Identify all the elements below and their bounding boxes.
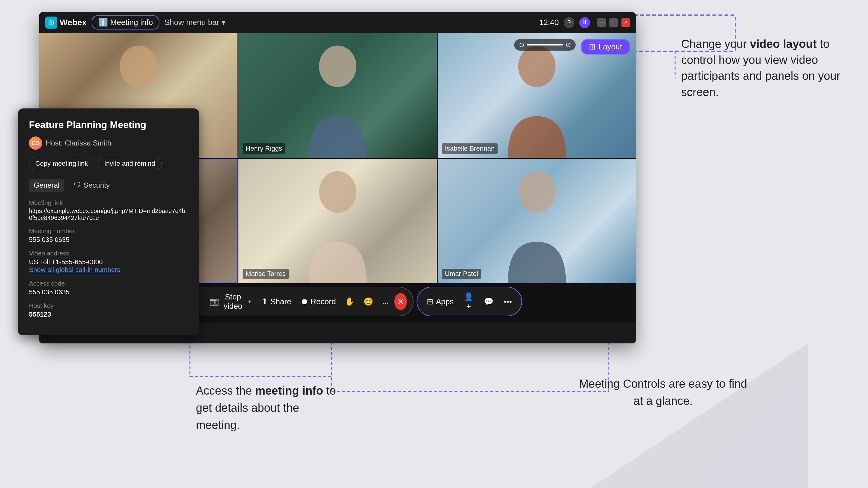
hand-icon: ✋ [345,297,354,306]
zoom-slider[interactable] [527,44,563,45]
callout-top-right-text1: Change your [681,38,750,50]
meeting-title: Feature Planning Meeting [29,119,188,130]
zoom-controls: ⊖ ⊕ [514,39,576,51]
meeting-link-value: https://example.webex.com/go/j.php?MTID=… [29,207,188,221]
video-cell-2: Henry Riggs [239,33,437,158]
chevron-down-icon: ▾ [221,18,225,27]
apps-label: Apps [436,297,454,306]
apps-icon: ⊞ [427,297,433,306]
show-menu-bar[interactable]: Show menu bar ▾ [164,18,225,27]
video-cell-6: Umar Patel [438,159,636,284]
video-placeholder-5 [239,159,437,284]
access-code-value: 555 035 0635 [29,288,188,296]
control-bar: 🎤 Mute ▾ 📷 Stop video ▾ ⬆ Share ⏺ [153,287,522,316]
callout-bottom-left: Access the meeting info to get details a… [196,382,341,434]
maximize-button[interactable]: □ [610,19,618,27]
host-row: CS Host: Clarissa Smith [29,136,188,150]
chat-button[interactable]: 💬 [480,295,497,308]
stop-video-label: Stop video [221,292,244,311]
participants-button[interactable]: 👤+ [460,290,477,313]
host-avatar: CS [29,136,42,150]
svg-point-15 [518,171,555,213]
video-placeholder-6 [438,159,636,284]
share-button[interactable]: ⬆ Share [258,295,295,308]
copy-link-button[interactable]: Copy meeting link [29,157,94,170]
panel-actions: Copy meeting link Invite and remind [29,157,188,170]
raise-hand-button[interactable]: ✋ [341,295,358,308]
time-display: 12:40 [539,18,559,27]
info-icon: ℹ️ [98,18,108,27]
svg-point-12 [518,45,555,87]
invite-remind-button[interactable]: Invite and remind [98,157,161,170]
participants-icon: 👤+ [464,292,473,311]
reactions-button[interactable]: 😊 [360,295,377,308]
zoom-in-icon[interactable]: ⊕ [565,41,571,49]
minimize-button[interactable]: — [597,19,606,27]
panel-tabs: General 🛡 Security [29,178,188,192]
access-code-label: Access code [29,280,188,287]
user-avatar[interactable]: II [579,17,590,28]
webex-label: Webex [60,18,87,27]
show-all-numbers-link[interactable]: Show all global call-in numbers [29,266,120,273]
share-label: Share [270,297,291,306]
general-tab[interactable]: General [29,178,64,192]
security-tab[interactable]: 🛡 Security [69,178,115,192]
host-key-value: 555123 [29,311,188,318]
zoom-out-icon[interactable]: ⊖ [519,41,524,49]
host-label: Host: Clarissa Smith [46,139,111,147]
close-button[interactable]: ✕ [621,19,630,27]
host-key-label: Host key [29,302,188,310]
participant-name-3: Isabelle Brennan [442,143,498,154]
camera-icon: 📷 [210,297,219,306]
video-address-section: Video address US Toll +1-555-655-0000 Sh… [29,250,188,274]
meeting-number-value: 555 035 0635 [29,236,188,244]
apps-button[interactable]: ⊞ Apps [423,295,457,308]
meeting-info-label: Meeting info [110,18,153,27]
host-key-section: Host key 555123 [29,302,188,318]
meeting-link-label: Meeting link [29,199,188,206]
svg-point-8 [50,22,52,24]
shield-icon: 🛡 [74,181,81,190]
emoji-icon: 😊 [364,297,373,306]
meeting-info-tab[interactable]: ℹ️ Meeting info [92,15,160,30]
title-bar-controls: 12:40 ? II — □ ✕ [539,17,630,28]
callout-bottom-right: Meeting Controls are easy to find at a g… [579,375,747,410]
callout-bottom-right-text: Meeting Controls are easy to find at a g… [579,378,747,407]
webex-logo: Webex [45,17,87,29]
controls-right: ⊞ Apps 👤+ 💬 ••• [416,287,522,316]
record-icon: ⏺ [301,297,308,306]
video-chevron-icon: ▾ [247,297,252,306]
end-icon: ✕ [397,297,404,307]
more-right-icon: ••• [504,297,512,306]
callout-top-right: Change your video layout to control how … [681,36,850,100]
window-controls: — □ ✕ [597,19,630,27]
chat-icon: 💬 [484,297,493,306]
stop-video-button[interactable]: 📷 Stop video ▾ [206,290,256,313]
svg-point-14 [319,171,356,213]
svg-point-11 [319,45,356,87]
layout-label: Layout [598,42,622,52]
end-call-button[interactable]: ✕ [394,293,407,310]
record-button[interactable]: ⏺ Record [297,295,340,308]
help-icon[interactable]: ? [564,17,575,28]
title-bar: Webex ℹ️ Meeting info Show menu bar ▾ 12… [39,12,636,33]
meeting-number-section: Meeting number 555 035 0635 [29,227,188,244]
video-cell-5: Marise Torres [239,159,437,284]
video-placeholder-2 [239,33,437,158]
participant-name-2: Henry Riggs [243,143,285,154]
more-icon: ... [382,297,389,306]
meeting-number-label: Meeting number [29,227,188,235]
record-label: Record [311,297,336,306]
layout-button[interactable]: ⊞ Layout [581,39,630,55]
video-address-label: Video address [29,250,188,257]
svg-point-9 [120,45,157,87]
webex-icon [45,17,57,29]
callout-top-right-bold: video layout [750,38,817,50]
participant-name-6: Umar Patel [442,269,481,279]
video-address-value: US Toll +1-555-655-0000 [29,258,188,266]
layout-icon: ⊞ [589,42,595,52]
callout-bottom-left-text1: Access the [196,384,255,397]
more-right-button[interactable]: ••• [500,295,516,308]
more-options-button[interactable]: ... [378,295,393,308]
share-icon: ⬆ [261,297,268,306]
